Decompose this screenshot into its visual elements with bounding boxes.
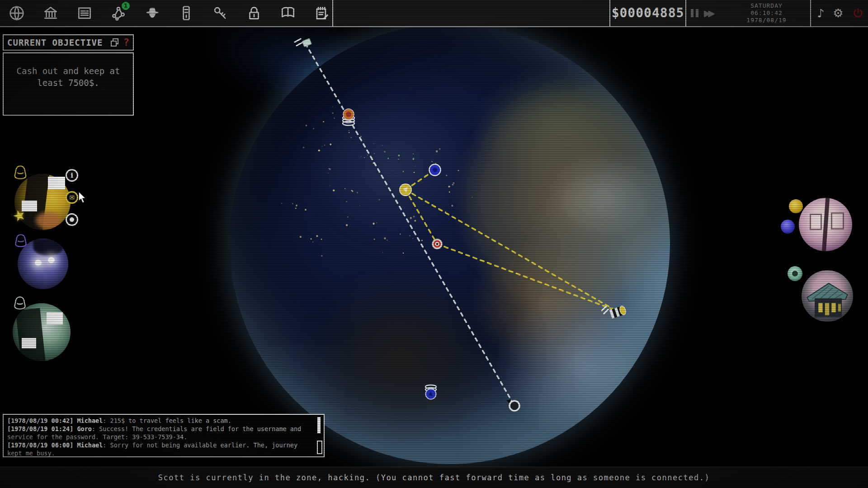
- server-node-orange[interactable]: [343, 109, 354, 126]
- time-label: 06:10:42: [727, 9, 806, 17]
- status-text: Scott is currently in the zone, hacking.…: [158, 473, 710, 482]
- chat-placeholder-square: [22, 338, 36, 348]
- chat-placeholder-square: [48, 177, 65, 189]
- glowing-eye: [35, 260, 42, 266]
- game-screen: 1 $00004885 ▶: [0, 0, 868, 488]
- trace-line-white: [306, 44, 514, 406]
- system-icons: ♪ ⚙: [813, 0, 868, 26]
- connection-line-yellow: [406, 190, 615, 310]
- day-label: SATURDAY: [727, 2, 806, 9]
- bank-icon[interactable]: [41, 4, 60, 23]
- server-node-white[interactable]: [506, 399, 519, 411]
- learning-book-icon[interactable]: [278, 4, 297, 23]
- chat-message: [1978/08/19 01:24] Goro: Success! The cr…: [7, 425, 312, 441]
- time-controls: ▶▶: [691, 0, 715, 26]
- server-node-yellow-active[interactable]: [400, 184, 411, 196]
- server-node-red[interactable]: [432, 239, 442, 249]
- window-restore-icon[interactable]: [110, 38, 120, 47]
- satellite-node[interactable]: [295, 38, 311, 47]
- toolbar: 1: [7, 0, 331, 26]
- divider: [685, 0, 686, 26]
- divider: [609, 0, 610, 26]
- chat-placeholder-square: [47, 312, 63, 324]
- objective-body: Cash out and keep at least 7500$.: [3, 52, 134, 116]
- missions-network-icon[interactable]: 1: [109, 4, 128, 23]
- chat-message: [1978/08/19 06:00] Michael: Sorry for no…: [7, 441, 312, 457]
- coin-stack-node[interactable]: [601, 301, 627, 321]
- date-label: 1978/08/19: [727, 17, 806, 24]
- top-bar: 1 $00004885 ▶: [0, 0, 868, 27]
- chat-scrollbar[interactable]: [316, 417, 321, 454]
- location-thumbnail-house[interactable]: [802, 270, 853, 322]
- spy-status-icon: [12, 296, 28, 311]
- mouse-cursor: [77, 192, 88, 205]
- divider: [810, 0, 811, 26]
- location-thumbnail-interior[interactable]: [799, 198, 852, 251]
- money-counter: $00004885: [611, 0, 684, 26]
- status-bar: Scott is currently in the zone, hacking.…: [0, 467, 868, 488]
- connection-line-yellow: [437, 244, 615, 310]
- info-button[interactable]: i: [66, 169, 78, 182]
- clock-display: SATURDAY 06:10:42 1978/08/19: [727, 2, 806, 24]
- hardware-icon[interactable]: [177, 4, 196, 23]
- window: [831, 212, 844, 230]
- action-button[interactable]: [66, 213, 78, 226]
- chat-log-panel: [1978/08/19 00:42] Michael: 215$ to trav…: [3, 414, 325, 457]
- key-icon[interactable]: [211, 4, 230, 23]
- contact-badge-teal[interactable]: [788, 266, 802, 281]
- message-button[interactable]: ✉: [66, 191, 78, 204]
- hacker-icon[interactable]: [143, 4, 162, 23]
- spy-status-icon: [13, 233, 29, 249]
- notes-icon[interactable]: [312, 4, 331, 23]
- divider: [332, 0, 333, 26]
- coin-node-blue[interactable]: [425, 385, 436, 399]
- glowing-eye: [48, 257, 55, 263]
- window: [810, 214, 822, 230]
- help-icon[interactable]: ?: [123, 38, 129, 47]
- contact-badge-blue[interactable]: [781, 220, 795, 234]
- scrollbar-thumb[interactable]: [317, 441, 322, 454]
- settings-gear-icon[interactable]: ⚙: [833, 6, 843, 20]
- pause-button[interactable]: [691, 9, 698, 17]
- power-icon[interactable]: [852, 7, 864, 19]
- news-icon[interactable]: [75, 4, 94, 23]
- objective-title: CURRENT OBJECTIVE: [7, 38, 110, 47]
- contact-badge-yellow[interactable]: [789, 199, 803, 213]
- music-icon[interactable]: ♪: [817, 7, 824, 20]
- world-map-icon[interactable]: [7, 4, 26, 23]
- mission-count-badge: 1: [122, 2, 130, 10]
- server-node-blue[interactable]: [429, 164, 441, 176]
- spy-status-icon: [12, 164, 29, 181]
- objective-header: CURRENT OBJECTIVE ?: [3, 34, 134, 51]
- fast-forward-button[interactable]: ▶▶: [704, 8, 715, 19]
- encryption-lock-icon[interactable]: [245, 4, 264, 23]
- chat-message: [1978/08/19 00:42] Michael: 215$ to trav…: [7, 417, 312, 425]
- city-lights: [281, 105, 472, 256]
